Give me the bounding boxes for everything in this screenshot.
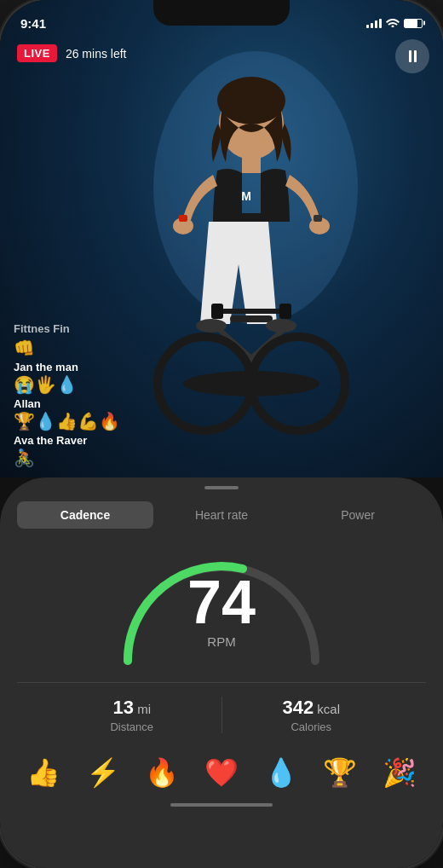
stat-calories: 342 kcal Calories — [222, 697, 401, 733]
emoji-row: 👍 ⚡ 🔥 ❤️ 💧 🏆 🎉 — [0, 747, 443, 798]
status-time: 9:41 — [20, 16, 46, 31]
live-badge: LIVE — [17, 44, 57, 62]
chat-overlay: Fittnes Fin 👊 Jan the man 😭🖐️💧 Allan 🏆💧👍… — [14, 322, 120, 469]
chat-emojis-ava: 🚴 — [14, 447, 120, 469]
svg-rect-15 — [279, 304, 291, 319]
bottom-panel: Cadence Heart rate Power 74 RPM 13 mi — [0, 477, 443, 868]
chat-emojis-fittnes: 👊 — [14, 337, 120, 359]
chat-message-4: Ava the Raver 🚴 — [14, 434, 120, 469]
emoji-lightning[interactable]: ⚡ — [86, 759, 120, 786]
stat-calories-unit: kcal — [314, 702, 340, 716]
video-area: M — [0, 0, 443, 477]
tab-heart-rate[interactable]: Heart rate — [153, 501, 290, 529]
signal-bar-1 — [366, 25, 369, 28]
battery-fill — [405, 20, 417, 27]
emoji-fire[interactable]: 🔥 — [145, 759, 179, 786]
svg-point-16 — [196, 319, 227, 333]
pause-icon — [409, 50, 417, 62]
tab-cadence[interactable]: Cadence — [17, 501, 153, 529]
chat-username-fittnes: Fittnes Fin — [14, 322, 120, 335]
svg-rect-7 — [179, 215, 187, 222]
chat-message-3: Allan 🏆💧👍💪🔥 — [14, 397, 120, 432]
svg-rect-14 — [211, 304, 223, 319]
emoji-chef[interactable]: 🎉 — [383, 759, 417, 786]
svg-rect-8 — [314, 215, 322, 222]
phone-shell: 9:41 — [0, 0, 443, 868]
signal-bar-2 — [371, 23, 373, 28]
live-badge-area: LIVE 26 mins left — [17, 44, 127, 62]
stat-calories-value: 342 kcal — [222, 697, 401, 719]
svg-point-17 — [266, 319, 296, 333]
signal-bars-icon — [366, 19, 382, 28]
stat-distance-unit: mi — [134, 702, 151, 716]
svg-rect-3 — [242, 156, 261, 173]
wifi-icon — [386, 17, 400, 30]
gauge-value: 74 RPM — [187, 571, 256, 649]
gauge-unit: RPM — [187, 634, 256, 649]
signal-bar-4 — [379, 19, 382, 28]
gauge-number: 74 — [187, 571, 256, 633]
pause-button[interactable] — [395, 39, 429, 73]
emoji-thumbsup[interactable]: 👍 — [26, 759, 60, 786]
svg-point-2 — [217, 77, 285, 124]
gauge-area: 74 RPM — [0, 529, 443, 682]
tabs-container: Cadence Heart rate Power — [0, 489, 443, 529]
emoji-droplet[interactable]: 💧 — [264, 759, 298, 786]
stats-row: 13 mi Distance 342 kcal Calories — [17, 682, 426, 747]
tab-power[interactable]: Power — [290, 501, 426, 529]
chat-username-jan: Jan the man — [14, 361, 120, 373]
battery-icon — [404, 19, 423, 28]
signal-bar-3 — [375, 20, 377, 28]
chat-message-2: Jan the man 😭🖐️💧 — [14, 361, 120, 396]
emoji-trophy[interactable]: 🏆 — [323, 759, 357, 786]
pause-bar-left — [409, 50, 411, 62]
svg-rect-10 — [230, 315, 273, 322]
time-left: 26 mins left — [66, 47, 127, 61]
emoji-heart[interactable]: ❤️ — [204, 759, 239, 786]
chat-username-ava: Ava the Raver — [14, 434, 120, 447]
svg-rect-13 — [217, 309, 285, 314]
stat-calories-label: Calories — [222, 720, 401, 733]
status-icons — [366, 17, 423, 30]
chat-emojis-allan: 🏆💧👍💪🔥 — [14, 410, 120, 432]
pause-bar-right — [414, 50, 417, 62]
svg-text:M: M — [241, 189, 251, 203]
chat-message-1: Fittnes Fin 👊 — [14, 322, 120, 359]
stat-distance-value: 13 mi — [43, 697, 222, 719]
notch — [153, 0, 290, 26]
home-indicator — [170, 803, 273, 807]
chat-username-allan: Allan — [14, 397, 120, 410]
stat-distance-label: Distance — [43, 720, 222, 733]
stat-distance: 13 mi Distance — [43, 697, 222, 733]
chat-emojis-jan: 😭🖐️💧 — [14, 373, 120, 396]
